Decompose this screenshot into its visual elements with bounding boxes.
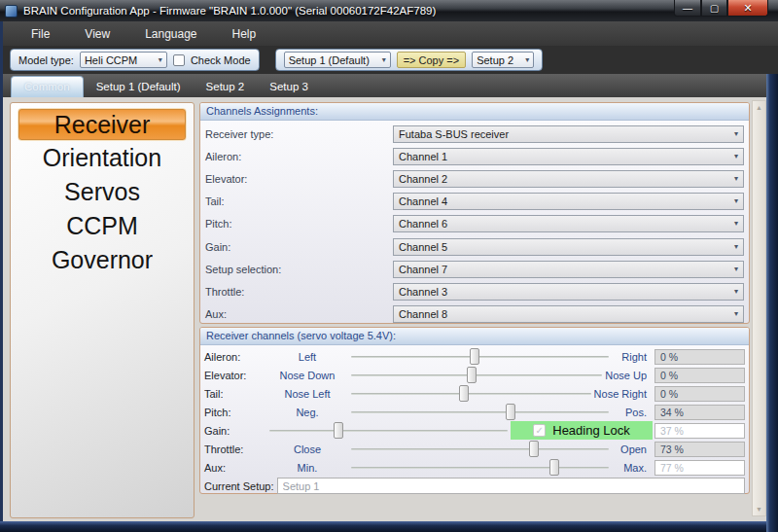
dropdown-arrow-icon: ▾ — [734, 130, 738, 138]
dropdown-arrow-icon: ▾ — [734, 266, 738, 273]
assignment-label: Receiver type: — [205, 128, 393, 140]
assignment-row: Tail: Channel 4 ▾ — [205, 191, 744, 213]
channel-label: Elevator: — [204, 370, 266, 381]
setup-selection-channel-select[interactable]: Channel 7 ▾ — [393, 261, 744, 278]
direction-right-label: Nose Up — [605, 370, 653, 381]
channel-label: Aux: — [204, 462, 266, 474]
menu-language[interactable]: Language — [131, 24, 210, 44]
assignment-row: Elevator: Channel 2 ▾ — [205, 167, 744, 190]
channel-row-aileron: Aileron: Left Right 0 % — [204, 347, 745, 366]
channel-label: Gain: — [204, 425, 266, 437]
direction-left-label: Neg. — [266, 407, 348, 418]
channels-assignments-title: Channels Assignments: — [200, 103, 749, 121]
current-setup-label: Current Setup: — [204, 480, 274, 492]
channel-row-gain: Gain: ✓ Heading Lock 37 % — [204, 421, 745, 440]
assignment-label: Throttle: — [205, 286, 393, 298]
elevator-channel-select[interactable]: Channel 2 ▾ — [393, 170, 744, 188]
direction-right-label: Nose Right — [594, 388, 653, 400]
gain-slider[interactable] — [269, 421, 508, 440]
channel-label: Aileron: — [204, 351, 266, 363]
slider-thumb[interactable] — [467, 367, 477, 383]
channel-label: Throttle: — [204, 443, 266, 455]
channels-assignments-body: Receiver type: Futaba S-BUS receiver ▾ A… — [200, 121, 749, 328]
copy-setup-button[interactable]: => Copy => — [397, 52, 467, 68]
elevator-slider[interactable] — [351, 366, 602, 384]
assignment-row: Aileron: Channel 1 ▾ — [205, 145, 744, 167]
tail-channel-select[interactable]: Channel 4 ▾ — [393, 193, 744, 210]
checkbox-check-icon: ✓ — [533, 424, 546, 437]
assignment-label: Setup selection: — [205, 264, 393, 275]
slider-thumb[interactable] — [334, 422, 343, 439]
menu-view[interactable]: View — [71, 24, 124, 44]
channel-value: 37 % — [654, 423, 745, 439]
gain-channel-select[interactable]: Channel 5 ▾ — [393, 238, 744, 256]
aileron-slider[interactable] — [351, 347, 609, 366]
tab-setup1[interactable]: Setup 1 (Default) — [84, 77, 194, 97]
tab-setup2[interactable]: Setup 2 — [194, 77, 258, 97]
sidebar-item-servos[interactable]: Servos — [18, 176, 187, 209]
pitch-channel-select[interactable]: Channel 6 ▾ — [393, 215, 744, 232]
window-right-border — [766, 74, 778, 532]
channel-value: 73 % — [654, 442, 745, 457]
dropdown-arrow-icon: ▾ — [734, 243, 738, 251]
pitch-slider[interactable] — [351, 403, 609, 421]
slider-thumb[interactable] — [529, 441, 539, 457]
scroll-down-icon[interactable]: ▼ — [756, 506, 762, 513]
sidebar-item-receiver[interactable]: Receiver — [18, 108, 187, 141]
slider-thumb[interactable] — [470, 348, 479, 365]
menu-file[interactable]: File — [18, 24, 63, 44]
heading-lock-checkbox[interactable]: ✓ Heading Lock — [511, 421, 653, 440]
channel-row-tail: Tail: Nose Left Nose Right 0 % — [204, 384, 745, 403]
sidebar-item-orientation[interactable]: Orientation — [18, 142, 187, 175]
aux-slider[interactable] — [351, 458, 609, 477]
channel-label: Tail: — [204, 388, 266, 400]
tab-common[interactable]: Common — [11, 76, 84, 97]
direction-left-label: Close — [266, 443, 348, 455]
throttle-slider[interactable] — [351, 440, 609, 458]
throttle-channel-select[interactable]: Channel 3 ▾ — [393, 283, 744, 301]
content-area: Receiver Orientation Servos CCPM Governo… — [0, 97, 778, 521]
check-mode-checkbox[interactable] — [173, 54, 185, 66]
sidebar-item-ccpm[interactable]: CCPM — [18, 210, 187, 243]
channel-row-elevator: Elevator: Nose Down Nose Up 0 % — [204, 366, 745, 384]
current-setup-row: Current Setup: — [204, 477, 745, 495]
slider-thumb[interactable] — [459, 385, 469, 402]
copy-from-select[interactable]: Setup 1 (Default) ▾ — [284, 52, 391, 68]
close-button[interactable]: ✕ — [727, 0, 768, 17]
slider-track — [269, 430, 508, 432]
sidebar-item-governor[interactable]: Governor — [18, 244, 187, 277]
channel-row-pitch: Pitch: Neg. Pos. 34 % — [204, 403, 745, 421]
assignment-label: Gain: — [205, 241, 393, 253]
slider-track — [351, 448, 609, 450]
app-window: BRAIN Configuration App - Firmware "BRAI… — [0, 0, 778, 532]
maximize-button[interactable]: ▢ — [701, 0, 727, 17]
app-icon — [5, 5, 18, 18]
current-setup-input[interactable] — [277, 478, 745, 494]
slider-thumb[interactable] — [549, 459, 559, 476]
minimize-button[interactable]: — — [674, 0, 701, 17]
tab-setup3[interactable]: Setup 3 — [257, 77, 321, 97]
slider-track — [351, 374, 602, 376]
model-type-select[interactable]: Heli CCPM ▾ — [80, 52, 167, 68]
aileron-channel-select[interactable]: Channel 1 ▾ — [393, 148, 744, 165]
direction-right-label: Right — [612, 351, 653, 363]
slider-thumb[interactable] — [506, 404, 515, 420]
toolbar: Model type: Heli CCPM ▾ Check Mode Setup… — [0, 46, 778, 74]
assignment-row: Aux: Channel 8 ▾ — [205, 303, 744, 326]
assignment-row: Setup selection: Channel 7 ▾ — [205, 258, 744, 280]
direction-left-label: Nose Down — [266, 370, 348, 381]
receiver-type-select[interactable]: Futaba S-BUS receiver ▾ — [393, 125, 744, 143]
vertical-scrollbar[interactable]: ▲ ▼ — [752, 100, 766, 516]
menu-help[interactable]: Help — [219, 24, 270, 44]
direction-right-label: Open — [612, 443, 653, 455]
assignment-row: Gain: Channel 5 ▾ — [205, 235, 744, 258]
copy-to-select[interactable]: Setup 2 ▾ — [472, 52, 534, 68]
tail-slider[interactable] — [351, 384, 591, 403]
model-type-group: Model type: Heli CCPM ▾ Check Mode — [10, 49, 260, 71]
scroll-up-icon[interactable]: ▲ — [756, 104, 762, 111]
assignment-row: Receiver type: Futaba S-BUS receiver ▾ — [205, 123, 744, 145]
assignment-label: Aileron: — [205, 151, 393, 162]
aux-channel-select[interactable]: Channel 8 ▾ — [393, 305, 744, 323]
assignment-label: Tail: — [205, 195, 393, 207]
dropdown-arrow-icon: ▾ — [734, 153, 738, 160]
